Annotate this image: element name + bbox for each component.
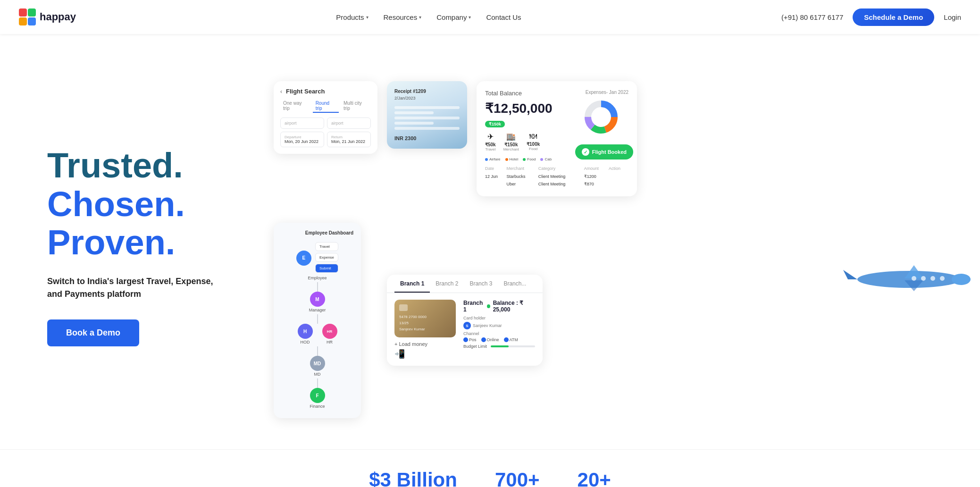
hr-circle: HR [322, 324, 337, 339]
employee-label: Employee [308, 276, 327, 280]
svg-rect-1 [28, 8, 36, 17]
back-button[interactable]: ‹ [280, 88, 282, 95]
md-label: MD [314, 372, 321, 377]
donut-chart [582, 98, 620, 136]
tab-multicity[interactable]: Multi city trip [341, 100, 371, 113]
finance-circle: F [310, 388, 325, 403]
atm-option[interactable]: ATM [504, 337, 518, 342]
pos-option[interactable]: Pos [463, 337, 477, 342]
workflow-node-md: MD MD [310, 356, 325, 378]
avatar: S [463, 322, 471, 329]
legend-dot [523, 158, 526, 161]
channel-options: Pos Online ATM [463, 337, 535, 342]
tab-oneway[interactable]: One way trip [280, 100, 311, 113]
svg-rect-0 [19, 8, 27, 17]
svg-point-14 [940, 276, 945, 281]
hero-heading: Trusted. Chosen. Proven. [47, 146, 245, 261]
nav-resources[interactable]: Resources ▾ [384, 13, 422, 21]
nav-company[interactable]: Company ▾ [436, 13, 471, 21]
balance-badge: ₹150k [485, 121, 505, 127]
legend-hotel: Hotel [505, 157, 519, 161]
check-icon: ✓ [582, 148, 589, 156]
cat-amount: ₹50k [485, 142, 496, 147]
workflow-nodes: E Travel Expense Submit Employee M Manag… [281, 242, 353, 411]
table-row: 12 Jun Starbucks Client Meeting ₹1200 [485, 173, 628, 180]
logo-icon [19, 8, 36, 25]
legend-dot [505, 158, 508, 161]
col-merchant: Merchant [506, 166, 538, 173]
branch-info: Branch 1 Balance : ₹ 25,000 Card holder … [463, 300, 535, 359]
workflow-title: Employee Dashboard [281, 230, 353, 235]
tab-branch2[interactable]: Branch 2 [430, 275, 464, 293]
svg-point-10 [952, 274, 971, 285]
workflow-connector [317, 282, 318, 292]
tab-roundtrip[interactable]: Round trip [313, 100, 339, 113]
login-button[interactable]: Login [944, 13, 961, 21]
table-row: Uber Client Meeting ₹870 [485, 180, 628, 188]
nav-links: Products ▾ Resources ▾ Company ▾ Contact… [336, 13, 521, 21]
card-number: 5478 2700 0000 [399, 315, 451, 319]
hod-label: HOD [301, 340, 310, 344]
hero-visuals: ‹ Flight Search One way trip Round trip … [274, 81, 942, 411]
schedule-demo-button[interactable]: Schedule a Demo [853, 8, 934, 26]
manager-label: Manager [309, 308, 326, 312]
legend-dot [540, 158, 543, 161]
chevron-icon: ▾ [366, 15, 369, 20]
budget-bar [491, 345, 535, 347]
headline-line2: Chosen. [47, 185, 245, 223]
airplane-graphic [838, 260, 971, 300]
stat-clients: 700+ [495, 469, 540, 487]
receipt-line [394, 122, 434, 125]
col-action: Action [609, 166, 628, 173]
chevron-icon: ▾ [469, 15, 471, 20]
hero-section: Trusted. Chosen. Proven. Switch to India… [0, 34, 980, 449]
col-category: Category [538, 166, 584, 173]
stat-value: 20+ [578, 469, 611, 487]
hod-circle: H [298, 324, 313, 339]
budget-fill [491, 345, 509, 347]
departure-field[interactable]: Departure Mon, 20 Jun 2022 [280, 132, 324, 147]
tab-branch-more[interactable]: Branch... [498, 275, 532, 293]
merchant-icon: 🏬 [503, 132, 519, 141]
receipt-line [394, 106, 460, 109]
payment-card-visual: 5478 2700 0000 13/25 Sanjeev Kumar [394, 300, 456, 337]
load-money-button[interactable]: + Load money [394, 341, 456, 347]
tab-branch3[interactable]: Branch 3 [464, 275, 498, 293]
expense-table: Date Merchant Category Amount Action 12 … [485, 166, 628, 188]
tab-branch1[interactable]: Branch 1 [394, 275, 430, 293]
online-option[interactable]: Online [481, 337, 499, 342]
emp-field-expense: Expense [315, 253, 338, 262]
finance-label: Finance [310, 404, 325, 409]
col-amount: Amount [584, 166, 609, 173]
cat-amount: ₹100k [527, 142, 540, 147]
branch-card: Branch 1 Branch 2 Branch 3 Branch... 547… [387, 275, 543, 366]
receipt-amount: INR 2300 [394, 135, 460, 141]
flight-booked-badge: ✓ Flight Booked [575, 144, 633, 160]
headline-line1: Trusted. [47, 146, 245, 185]
flight-card-title: Flight Search [286, 88, 325, 95]
branch-name: Branch 1 Balance : ₹ 25,000 [463, 300, 535, 313]
receipt-card: Receipt #1209 2/Jan/2023 INR 2300 [387, 81, 467, 149]
return-date: Mon, 21 Jun 2022 [331, 139, 367, 144]
card-chip [399, 304, 408, 311]
workflow-node-finance: F Finance [310, 388, 325, 411]
cat-amount: ₹150k [503, 142, 519, 147]
food-icon: 🍽 [527, 132, 540, 141]
nav-contact[interactable]: Contact Us [486, 13, 521, 21]
expenses-label: Expenses- Jan 2022 [586, 90, 628, 95]
nav-right: (+91) 80 6177 6177 Schedule a Demo Login [781, 8, 961, 26]
departure-label: Departure [285, 135, 320, 139]
svg-marker-11 [843, 270, 857, 279]
return-field[interactable]: Return Mon, 21 Jun 2022 [327, 132, 371, 147]
svg-point-15 [930, 276, 935, 281]
receipt-line [394, 117, 460, 119]
legend-airfare: Airfare [485, 157, 501, 161]
brand-name: happay [40, 11, 76, 23]
book-demo-button[interactable]: Book a Demo [47, 319, 139, 346]
from-airport-field[interactable]: airport [280, 118, 324, 129]
receipt-date: 2/Jan/2023 [394, 96, 460, 101]
to-airport-field[interactable]: airport [327, 118, 371, 129]
workflow-connector [317, 378, 318, 388]
nav-products[interactable]: Products ▾ [336, 13, 368, 21]
logo[interactable]: happay [19, 8, 76, 25]
